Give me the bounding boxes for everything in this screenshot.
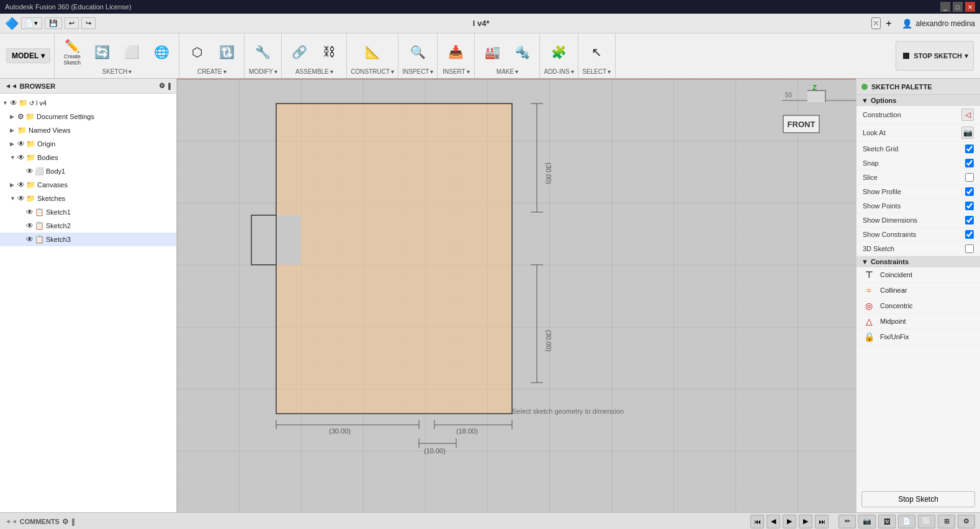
inspect-label[interactable]: INSPECT ▾ (402, 68, 433, 75)
assemble-btn2[interactable]: ⛓ (315, 37, 343, 67)
create-label[interactable]: CREATE ▾ (197, 68, 227, 75)
tree-item-sketch3[interactable]: 👁 📋 Sketch3 (0, 233, 176, 246)
sketch-finish-button[interactable]: 🔄 (88, 37, 115, 67)
origin-icons: 👁 📁 (17, 140, 35, 148)
tree-item-bodies[interactable]: ▼ 👁 📁 Bodies (0, 151, 176, 164)
tab-close-button[interactable]: ✕ (871, 17, 881, 29)
svg-rect-3 (276, 104, 512, 414)
save-button[interactable]: 💾 (45, 17, 62, 29)
playback-end-button[interactable]: ⏭ (815, 515, 829, 528)
svg-text:(10.00): (10.00) (424, 447, 446, 455)
constraint-row-coincident[interactable]: ⊤ Coincident (856, 267, 980, 283)
create-btn2[interactable]: 🔃 (213, 37, 240, 67)
close-button[interactable]: ✕ (965, 2, 975, 12)
assemble-icon: 🔗 (290, 43, 308, 61)
playback-next-button[interactable]: ▶ (799, 515, 812, 528)
camera-button[interactable]: 📷 (858, 515, 876, 528)
3d-sketch-checkbox[interactable] (965, 244, 974, 253)
undo-button[interactable]: ↩ (65, 17, 79, 29)
show-constraints-checkbox[interactable] (965, 230, 974, 239)
browser-settings-icon[interactable]: ⚙ (159, 82, 165, 90)
file-icon: 📄 (25, 19, 34, 27)
snap-checkbox[interactable] (965, 159, 974, 167)
stop-sketch-palette-button[interactable]: Stop Sketch (861, 491, 975, 507)
snap-label: Snap (863, 159, 879, 167)
assemble-label[interactable]: ASSEMBLE ▾ (295, 68, 333, 75)
canvas-area[interactable]: (30.00) (30.00) (30.00) (18.00) (10.00) … (177, 79, 856, 512)
view-cube-front-face[interactable]: FRONT (783, 115, 820, 133)
show-profile-checkbox[interactable] (965, 187, 974, 196)
browser-collapse-icon[interactable]: ‖ (168, 82, 171, 90)
constraint-row-concentric[interactable]: ◎ Concentric (856, 298, 980, 314)
construct-label[interactable]: CONSTRUCT ▾ (351, 68, 394, 75)
sketch-tools-button[interactable]: ⬜ (118, 37, 145, 67)
make-btn2[interactable]: 🔩 (508, 37, 536, 67)
create-btn1[interactable]: ⬡ (183, 37, 210, 67)
tree-item-sketch2[interactable]: 👁 📋 Sketch2 (0, 219, 176, 233)
timeline-button[interactable]: ⊞ (938, 515, 955, 528)
minimize-button[interactable]: _ (940, 2, 950, 12)
addins-label[interactable]: ADD-INS ▾ (544, 68, 573, 75)
sketch-grid-checkbox[interactable] (965, 144, 974, 153)
sketch-label[interactable]: SKETCH ▾ (102, 68, 132, 75)
model-button[interactable]: MODEL ▾ (6, 48, 50, 63)
tree-item-origin[interactable]: ▶ 👁 📁 Origin (0, 137, 176, 151)
record-button[interactable]: ⬜ (918, 515, 935, 528)
look-at-button[interactable]: 📷 (961, 127, 974, 139)
sketch-mode-button[interactable]: ✏ (838, 515, 856, 528)
tree-item-canvases[interactable]: ▶ 👁 📁 Canvases (0, 178, 176, 192)
maximize-button[interactable]: □ (953, 2, 963, 12)
tree-item-body1[interactable]: 👁 ⬜ Body1 (0, 164, 176, 178)
modify-btn1[interactable]: 🔧 (249, 37, 277, 67)
playback-start-button[interactable]: ⏮ (750, 515, 764, 528)
make-label[interactable]: MAKE ▾ (497, 68, 518, 75)
finish-sketch-icon: 🔄 (93, 43, 110, 61)
tree-item-sketch1[interactable]: 👁 📋 Sketch1 (0, 205, 176, 219)
new-file-button[interactable]: 📄▾ (21, 17, 42, 29)
comments-settings-icon[interactable]: ⚙ (62, 517, 69, 526)
model-label: MODEL (12, 51, 38, 60)
tree-item-sketches[interactable]: ▼ 👁 📁 Sketches (0, 192, 176, 205)
redo-button[interactable]: ↪ (81, 17, 96, 29)
constraint-row-fix-unfix[interactable]: 🔒 Fix/UnFix (856, 329, 980, 345)
settings-button2[interactable]: ⚙ (958, 515, 975, 528)
inspect-btn1[interactable]: 🔍 (404, 37, 431, 67)
insert-label[interactable]: INSERT ▾ (443, 68, 470, 75)
select-btn1[interactable]: ↖ (583, 37, 610, 67)
sketch-3d-button[interactable]: 🌐 (148, 37, 175, 67)
options-section-header[interactable]: ▼ Options (856, 95, 980, 106)
expand-arrow-sketches: ▼ (10, 195, 17, 202)
new-tab-button[interactable]: + (886, 18, 891, 29)
tree-item-doc-settings[interactable]: ▶ ⚙ 📁 Document Settings (0, 110, 176, 123)
toolbar-main: MODEL ▾ ✏️ Create Sketch 🔄 ⬜ 🌐 (0, 33, 980, 78)
constraint-row-collinear[interactable]: ≈ Collinear (856, 283, 980, 298)
measure-icon: 🔍 (409, 43, 426, 61)
tree-item-root[interactable]: ▼ 👁 📁 ↺ l v4 (0, 96, 176, 110)
browser-header: ◄◄ BROWSER ⚙ ‖ (0, 79, 176, 94)
construct-btn1[interactable]: 📐 (359, 37, 386, 67)
insert-btn1[interactable]: 📥 (443, 37, 470, 67)
slice-checkbox[interactable] (965, 173, 974, 182)
image-button[interactable]: 🖼 (878, 515, 896, 528)
tree-item-named-views[interactable]: ▶ 📁 Named Views (0, 123, 176, 137)
make-btn1[interactable]: 🏭 (479, 37, 506, 67)
show-points-checkbox[interactable] (965, 202, 974, 210)
panel-collapse-icon[interactable]: ‖ (71, 517, 75, 526)
playback-prev-button[interactable]: ◀ (766, 515, 780, 528)
constraint-row-midpoint[interactable]: △ Midpoint (856, 314, 980, 329)
constraints-section-header[interactable]: ▼ Constraints (856, 256, 980, 267)
addins-btn1[interactable]: 🧩 (546, 37, 573, 67)
view-cube-top-face[interactable] (807, 90, 826, 102)
select-label[interactable]: SELECT ▾ (582, 68, 611, 75)
view-cube[interactable]: FRONT Z (776, 84, 851, 146)
stop-sketch-button[interactable]: ⏹ STOP SKETCH ▾ (896, 41, 974, 71)
stop-sketch-icon: ⏹ (901, 50, 911, 61)
playback-play-button[interactable]: ▶ (783, 515, 796, 528)
sheet-button[interactable]: 📄 (898, 515, 915, 528)
sketch-create-button[interactable]: ✏️ Create Sketch (58, 37, 86, 67)
folder-icon-bodies: 📁 (26, 153, 35, 162)
modify-label[interactable]: MODIFY ▾ (249, 68, 277, 75)
show-dimensions-checkbox[interactable] (965, 216, 974, 224)
assemble-btn1[interactable]: 🔗 (285, 37, 313, 67)
construction-button[interactable]: ◁ (961, 109, 974, 121)
